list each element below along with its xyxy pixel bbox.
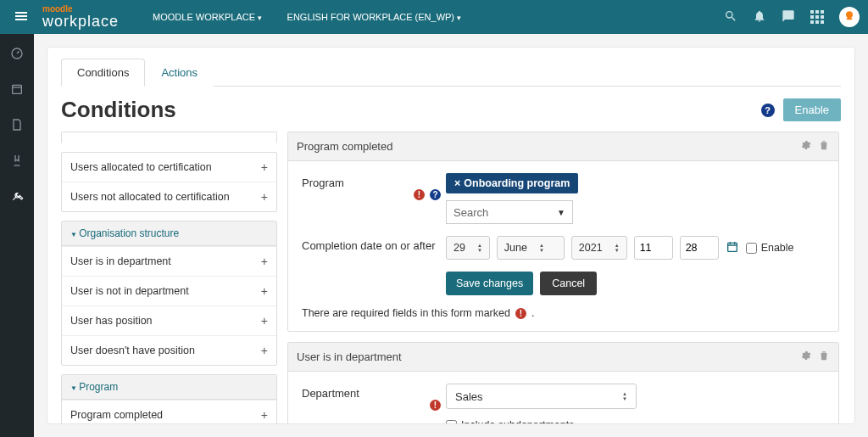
svg-rect-2 [727, 243, 737, 251]
panel-title: User is in department [297, 350, 402, 363]
sidebar-competency[interactable] [10, 154, 24, 171]
item-user-in-dept[interactable]: User is in department+ [62, 246, 276, 276]
department-select[interactable]: Sales▲▼ [446, 384, 637, 409]
item-user-no-position[interactable]: User doesn't have position+ [62, 335, 276, 365]
item-users-allocated-cert[interactable]: Users allocated to certification+ [62, 153, 276, 182]
messages-icon[interactable] [782, 9, 795, 25]
plus-icon: + [261, 284, 268, 298]
svg-rect-1 [13, 85, 22, 93]
item-users-not-allocated-cert[interactable]: Users not allocated to certification+ [62, 182, 276, 211]
required-icon: ! [430, 400, 441, 411]
plus-icon: + [261, 160, 268, 174]
sidebar-calendar[interactable] [10, 82, 24, 99]
section-program[interactable]: Program [62, 375, 276, 400]
gear-icon[interactable] [799, 350, 811, 364]
nav-workplace[interactable]: MOODLE WORKPLACE [153, 12, 262, 22]
section-org-structure[interactable]: Organisation structure [62, 221, 276, 246]
tab-conditions[interactable]: Conditions [61, 59, 145, 87]
help-icon[interactable]: ? [761, 104, 775, 117]
plus-icon: + [261, 255, 268, 268]
day-select[interactable]: 29▲▼ [446, 236, 490, 260]
label-department: Department [302, 387, 359, 400]
bell-icon[interactable] [753, 9, 766, 25]
plus-icon: + [261, 408, 268, 422]
save-button[interactable]: Save changes [446, 272, 533, 295]
label-program: Program [302, 176, 344, 189]
plus-icon: + [261, 190, 268, 204]
help-icon[interactable]: ? [430, 189, 441, 200]
program-chip[interactable]: ×Onboarding program [446, 173, 578, 193]
enable-date-checkbox[interactable] [746, 243, 757, 254]
menu-toggle[interactable] [8, 10, 34, 25]
search-icon[interactable] [724, 9, 737, 25]
label-completion-date: Completion date on or after [302, 239, 436, 252]
required-note: There are required fields in this form m… [302, 307, 825, 319]
enable-button[interactable]: Enable [783, 98, 841, 121]
item-user-has-position[interactable]: User has position+ [62, 305, 276, 335]
item-user-not-in-dept[interactable]: User is not in department+ [62, 276, 276, 305]
sidebar-tools[interactable] [10, 189, 24, 206]
include-subdept-label[interactable]: Include subdepartments [446, 419, 825, 423]
sidebar-dashboard[interactable] [10, 47, 24, 64]
month-select[interactable]: June▲▼ [497, 236, 565, 260]
required-icon: ! [515, 308, 526, 319]
enable-date-checkbox-label[interactable]: Enable [746, 242, 794, 254]
tab-actions[interactable]: Actions [145, 59, 214, 87]
plus-icon: + [261, 314, 268, 328]
program-search-select[interactable]: Search [446, 200, 573, 224]
cancel-button[interactable]: Cancel [540, 272, 597, 295]
avatar[interactable] [839, 7, 860, 27]
logo: moodle workplace [42, 5, 119, 29]
hour-input[interactable] [634, 236, 673, 260]
trash-icon[interactable] [818, 139, 830, 154]
nav-language[interactable]: ENGLISH FOR WORKPLACE (EN_WP) [287, 12, 461, 22]
apps-icon[interactable] [810, 10, 824, 24]
plus-icon: + [261, 344, 268, 357]
sidebar-files[interactable] [10, 118, 24, 135]
minute-input[interactable] [680, 236, 719, 260]
panel-title: Program completed [297, 140, 392, 153]
calendar-icon[interactable] [726, 240, 739, 256]
page-title: Conditions [61, 97, 176, 123]
gear-icon[interactable] [799, 139, 811, 154]
year-select[interactable]: 2021▲▼ [571, 236, 627, 260]
trash-icon[interactable] [818, 350, 830, 364]
item-program-completed[interactable]: Program completed+ [62, 400, 276, 423]
required-icon: ! [414, 189, 425, 200]
include-subdept-checkbox[interactable] [446, 420, 457, 424]
